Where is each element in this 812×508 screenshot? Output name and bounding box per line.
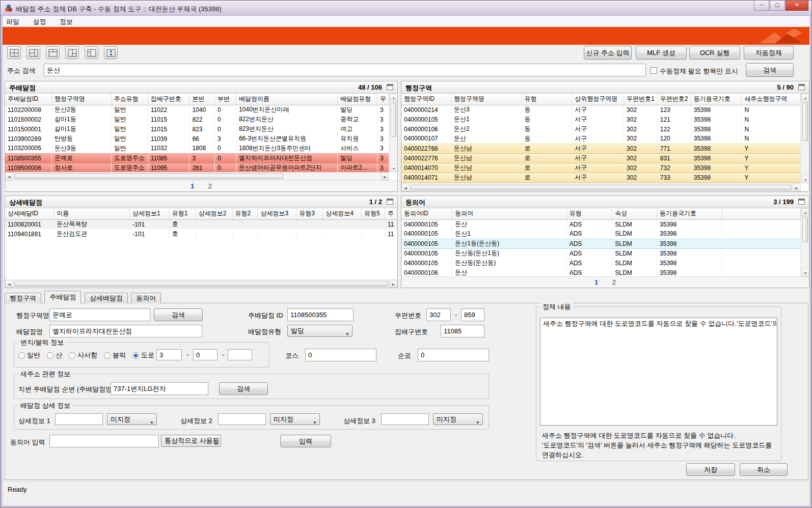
menu-settings[interactable]: 설정 — [27, 16, 51, 28]
detail3-dropdown[interactable]: 미지정▼ — [433, 413, 483, 425]
table-row[interactable]: 0400022766둔산남로서구30277135398Y — [401, 144, 801, 153]
column-header[interactable]: 우편번호2 — [657, 94, 691, 105]
column-header[interactable]: 유형1 — [169, 208, 196, 219]
table-row[interactable]: 0400000214둔산3동서구30212335398N — [401, 105, 801, 115]
column-header[interactable]: 유형3 — [296, 208, 323, 219]
table-row[interactable]: 1109500006청사로도로명주소110952810둔산샘머리공무원아파트2단… — [5, 163, 389, 172]
lot-number-search-button[interactable]: 검색 — [219, 382, 268, 395]
column-header[interactable]: 주 — [385, 208, 397, 219]
new-address-button[interactable]: 신규 주소 입력 — [584, 46, 632, 60]
layout-split-left-icon[interactable] — [85, 46, 98, 59]
column-header[interactable]: 동의어ID — [401, 208, 452, 219]
table-row[interactable]: 1101500002갈마1동일반110158220822번지둔산중학교3 — [5, 115, 389, 124]
manual-filter-checkbox[interactable] — [651, 67, 657, 74]
column-header[interactable]: 등기용국기호 — [657, 208, 722, 219]
column-header[interactable]: 행정구역ID — [401, 94, 451, 105]
tab-main-delivery[interactable]: 주배달점 — [44, 291, 81, 303]
postal2-input[interactable] — [461, 308, 484, 321]
table-row[interactable]: 0400014070둔산남로서구30273235398Y — [401, 163, 801, 173]
horizontal-scrollbar[interactable]: ◀ ▶ — [5, 279, 397, 288]
refine-message-list[interactable]: 새주소 행정구역에 대한 도로명코드를 자동으로 찾을 수 없습니다.'도로명코… — [540, 318, 777, 426]
minimize-icon[interactable]: ─ — [754, 1, 769, 11]
column-header[interactable]: 상세배달ID — [5, 208, 54, 219]
block-num3-input[interactable] — [228, 349, 252, 360]
layout-split-top-icon[interactable] — [46, 46, 60, 59]
menu-info[interactable]: 정보 — [54, 16, 78, 28]
tab-admin-district[interactable]: 행정구역 — [5, 293, 41, 303]
scroll-down-icon[interactable]: ▼ — [801, 176, 809, 183]
synonym-add-button[interactable]: 입력 — [280, 435, 331, 447]
table-row[interactable]: 0400000105둔산동(둔산동)ADSSLDM35398 — [401, 258, 801, 268]
maximize-icon[interactable]: ▢ — [770, 1, 785, 11]
column-header[interactable]: 우편번호1 — [624, 94, 658, 105]
table-row[interactable]: 0400000107둔산동서구30212035398N — [401, 134, 801, 144]
scroll-left-icon[interactable]: ◀ — [401, 184, 410, 191]
page-1[interactable]: 1 — [191, 182, 194, 190]
column-header[interactable]: 부번 — [215, 94, 236, 105]
column-header[interactable]: 주소유형 — [111, 94, 148, 105]
scroll-right-icon[interactable]: ▶ — [793, 184, 801, 191]
cancel-button[interactable]: 취소 — [740, 463, 788, 476]
table-row[interactable]: 1100820001둔산목욕탕-101호11 — [5, 219, 397, 229]
page-1[interactable]: 1 — [594, 278, 598, 286]
horizontal-scrollbar[interactable]: ◀ ▶ — [401, 183, 801, 191]
table-row[interactable]: 0400000106둔산2동서구30212235398N — [401, 124, 801, 134]
radio-산[interactable]: 산 — [47, 351, 62, 360]
column-header[interactable]: 배달점유형 — [338, 94, 377, 105]
tab-detail-delivery[interactable]: 상세배달점 — [85, 293, 128, 303]
column-header[interactable]: 유형 — [522, 94, 572, 105]
table-row[interactable]: 0400000105둔산1ADSSLDM35398 — [401, 229, 801, 239]
search-button[interactable]: 검색 — [746, 63, 794, 77]
table-row[interactable]: 0400014071둔산남로서구30273335398Y — [401, 173, 801, 182]
postal1-input[interactable] — [426, 308, 451, 321]
point-type-dropdown[interactable]: 빌딩▼ — [287, 325, 353, 337]
fit-vertical-icon[interactable] — [104, 46, 118, 59]
column-header[interactable]: 상세정보2 — [196, 208, 232, 219]
panel-grid-icon[interactable] — [387, 199, 393, 205]
table-row[interactable]: 0400000106둔산ADSSLDM35398 — [401, 268, 801, 276]
lot-number-input[interactable] — [111, 382, 208, 395]
menu-file[interactable]: 파일 — [1, 16, 25, 28]
radio-도로[interactable]: 도로 — [132, 351, 154, 360]
layout-split-right-icon[interactable] — [26, 46, 40, 59]
column-header[interactable]: 상세정보1 — [130, 208, 170, 219]
page-2[interactable]: 2 — [208, 182, 212, 190]
synonym-input[interactable] — [49, 435, 159, 447]
radio-블럭[interactable]: 블럭 — [104, 351, 126, 360]
scroll-thumb[interactable] — [14, 281, 388, 287]
tab-synonym[interactable]: 동의어 — [131, 293, 161, 303]
scroll-thumb[interactable] — [14, 174, 283, 179]
radio-일반[interactable]: 일반 — [18, 351, 40, 360]
scroll-thumb[interactable] — [802, 102, 808, 141]
scroll-up-icon[interactable]: ▲ — [801, 94, 809, 101]
page-2[interactable]: 2 — [612, 278, 616, 286]
vertical-scrollbar[interactable]: ▲ ▼ — [801, 94, 809, 183]
auto-refine-button[interactable]: 자동정제 — [744, 46, 794, 60]
horizontal-scrollbar[interactable]: ◀ ▶ — [5, 172, 389, 180]
column-header[interactable]: 상위행정구역명 — [572, 94, 624, 105]
vertical-scrollbar[interactable]: ▲ ▼ — [801, 208, 809, 276]
scroll-thumb[interactable] — [391, 102, 396, 137]
scroll-up-icon[interactable]: ▲ — [390, 94, 398, 101]
column-header[interactable]: 우 — [377, 94, 389, 105]
admin-name-input[interactable] — [49, 308, 150, 321]
block-num2-input[interactable] — [193, 349, 218, 360]
table-row[interactable]: 0400022776둔산남로서구30283135398Y — [401, 153, 801, 163]
column-header[interactable] — [722, 208, 800, 219]
scroll-left-icon[interactable]: ◀ — [5, 173, 13, 180]
panel-grid-icon[interactable] — [387, 84, 393, 90]
table-row[interactable]: 0400000105둔산1동(둔산동)ADSSLDM35398 — [401, 239, 801, 248]
main-id-input[interactable] — [287, 308, 354, 321]
column-header[interactable]: 이름 — [54, 208, 130, 219]
column-header[interactable]: 상세정보3 — [258, 208, 296, 219]
scroll-right-icon[interactable]: ▶ — [381, 173, 389, 180]
route-input[interactable] — [441, 325, 484, 337]
synonym-type-dropdown[interactable]: 통상적으로 사용됨▼ — [161, 435, 221, 447]
table-row[interactable]: 1108500355문예로도로명주소1108530엘지하이프라자대전둔산점빌딩3 — [5, 153, 389, 163]
scroll-thumb[interactable] — [411, 185, 792, 190]
scroll-thumb[interactable] — [802, 217, 808, 242]
vertical-scrollbar[interactable]: ▲ ▼ — [389, 94, 397, 172]
table-row[interactable]: 0400000105둔산동(둔산1동)ADSSLDM35398 — [401, 248, 801, 258]
column-header[interactable]: 행정구역명 — [451, 94, 522, 105]
detail1-input[interactable] — [55, 413, 103, 425]
